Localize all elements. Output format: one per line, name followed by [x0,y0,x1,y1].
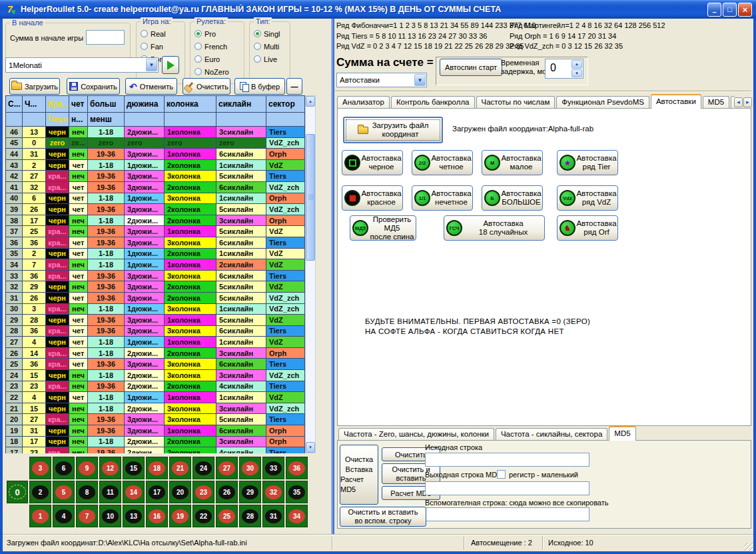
number-chip[interactable]: 34 [288,509,305,523]
table-cell[interactable]: 2колонка [165,204,216,215]
table-cell[interactable]: 3дюжи... [125,425,165,437]
roulette-number-10[interactable]: 10 [99,505,121,527]
table-cell[interactable]: Tiers [266,447,305,453]
table-cell[interactable]: 3колонка [165,271,216,282]
table-cell[interactable]: 41 [6,182,23,193]
table-cell[interactable]: 0 [23,138,46,149]
table-row[interactable]: 3126чернчет19-363дюжи...2колонка5сиклайн… [6,293,305,304]
table-row[interactable]: 4227кра...неч19-363дюжи...3колонка5сикла… [6,171,305,182]
table-cell[interactable]: 5сиклайн [216,204,266,215]
table-cell[interactable]: VdZ [266,392,305,403]
radio-label[interactable]: Pro [204,30,216,38]
button-label[interactable]: Автоставкачерное [360,154,402,171]
number-chip[interactable]: 21 [172,461,189,475]
table-cell[interactable]: Orph [266,193,305,205]
table-cell[interactable]: 3сиклайн [216,437,266,448]
autobet-button[interactable]: ♞Автоставкаряд Orf [557,215,618,241]
table-cell[interactable]: 3дюжи... [125,293,165,304]
table-cell[interactable]: 19-36 [88,149,125,160]
table-cell[interactable]: 19-36 [88,226,125,237]
scroll-down-icon[interactable]: ▼ [306,442,315,453]
table-cell[interactable]: неч [69,437,88,448]
number-chip[interactable]: 18 [149,461,165,475]
number-chip[interactable]: 29 [242,485,258,499]
table-cell[interactable]: черн [46,215,69,227]
table-cell[interactable]: 1сиклайн [216,249,266,260]
table-cell[interactable]: 1-18 [88,437,125,448]
table-cell[interactable]: 34 [6,259,23,271]
roulette-number-5[interactable]: 5 [53,481,75,503]
table-cell[interactable]: 3колонка [165,359,216,370]
table-cell[interactable]: черн [46,149,69,160]
number-chip[interactable]: 32 [265,485,282,499]
table-cell[interactable]: ze... [69,138,88,149]
table-cell[interactable]: 3дюжи... [125,315,165,326]
table-cell[interactable]: 1-18 [88,392,125,403]
random-18-icon[interactable]: ГСЧ [446,220,462,236]
table-cell[interactable]: 1-18 [88,337,125,348]
table-cell[interactable]: 3сиклайн [216,348,266,359]
orf-row-icon[interactable]: ♞ [560,220,575,236]
table-row[interactable]: 432чернчет1-181дюжи...2колонка1сиклайнVd… [6,160,305,171]
table-cell[interactable]: 35 [6,249,23,260]
table-cell[interactable]: 5сиклайн [216,171,266,182]
radio-icon[interactable] [194,43,202,50]
radio-label[interactable]: NoZero [204,68,229,76]
column-header[interactable]: больш [88,96,125,113]
table-cell[interactable]: 3дюжи... [125,359,165,370]
brush-icon[interactable] [185,82,194,91]
tab-md5[interactable]: MD5 [609,426,635,441]
radio-euro[interactable]: Euro [190,53,244,65]
table-cell[interactable]: неч [69,171,88,182]
table-cell[interactable]: чет [69,359,88,370]
chevron-down-icon[interactable]: ▼ [414,74,426,86]
table-cell[interactable]: 19-36 [88,326,125,337]
table-row[interactable]: 274чернчет1-181дюжи...1колонка1сиклайнVd… [6,337,305,348]
table-cell[interactable]: Orph [266,149,305,160]
scrollbar-thumb[interactable] [306,134,315,261]
autobet-button[interactable]: VdzАвтоставкаряд VdZ [557,185,618,211]
table-cell[interactable]: 46 [6,127,23,138]
radio-label[interactable]: Euro [204,55,220,63]
table-cell[interactable]: 1сиклайн [216,337,266,348]
tier-row-icon[interactable]: ★ [560,155,575,171]
low-bet-icon[interactable]: M [484,155,500,171]
tab-автоставки[interactable]: Автоставки [651,94,701,109]
md5-output-field[interactable] [425,481,589,495]
md5-check-icon[interactable]: МД5 [352,220,368,236]
table-cell[interactable]: чет [69,392,88,403]
table-cell[interactable]: 4сиклайн [216,447,266,453]
table-cell[interactable]: 40 [6,193,23,205]
table-row[interactable]: 3636кра...чет19-363дюжи...3колонка6сикла… [6,237,305,249]
roulette-number-30[interactable]: 30 [239,457,261,479]
table-cell[interactable]: 2колонка [165,348,216,359]
table-cell[interactable]: 1колонка [165,392,216,403]
tab-частота-сиклайны-сектора[interactable]: Частота - сиклайны, сектора [496,428,607,441]
roulette-number-12[interactable]: 12 [99,457,121,479]
group-title[interactable]: Игра на: [141,17,173,25]
table-cell[interactable]: VdZ_zch [266,304,305,315]
table-cell[interactable]: 6сиклайн [216,326,266,337]
red-bet-icon[interactable] [344,190,360,206]
table-row[interactable]: 2928чернчет19-363дюжи...1колонка5сиклайн… [6,315,305,326]
load-coords-button[interactable]: Загрузить файл координат [343,117,443,143]
table-cell[interactable]: 38 [6,215,23,227]
table-cell[interactable]: 1-18 [88,127,125,138]
table-cell[interactable]: 23 [23,447,46,453]
table-cell[interactable]: черн [46,370,69,381]
table-cell[interactable]: кра... [46,304,69,315]
number-chip[interactable]: 8 [79,485,95,499]
table-cell[interactable]: 25 [23,226,46,237]
table-cell[interactable]: 5сиклайн [216,414,266,425]
table-cell[interactable]: 3дюжи... [125,149,165,160]
radio-icon[interactable] [141,43,148,50]
radio-pro[interactable]: Pro [190,27,244,40]
radio-icon[interactable] [254,43,261,50]
table-cell[interactable]: 2колонка [165,437,216,448]
number-chip[interactable]: 4 [55,509,72,523]
number-chip[interactable]: 24 [195,461,212,475]
radio-singl[interactable]: Singl [250,27,290,40]
autobet-button[interactable]: MАвтоставкамалое [482,150,543,175]
table-cell[interactable]: 3дюжи... [125,326,165,337]
table-cell[interactable]: чет [69,204,88,215]
